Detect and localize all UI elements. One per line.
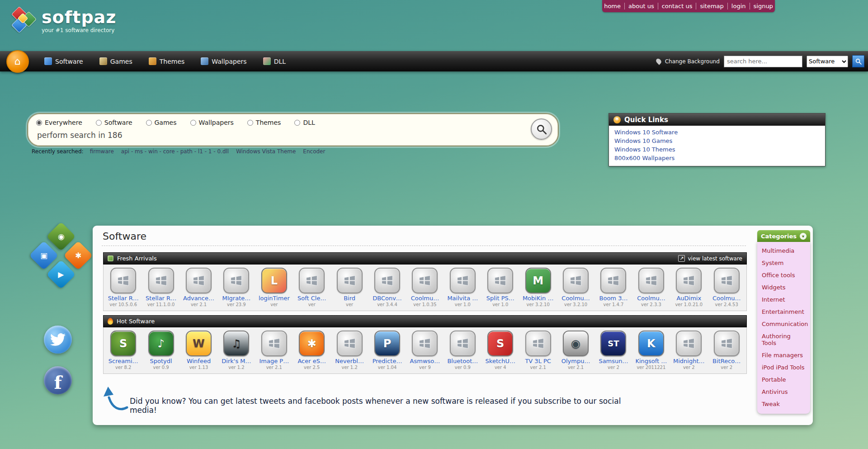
nav-item-themes[interactable]: Themes	[149, 57, 185, 65]
software-item-coolmu[interactable]: Coolmu…ver 3.2.10	[557, 265, 594, 311]
scope-radio-games[interactable]	[146, 120, 152, 126]
scope-radio-themes[interactable]	[247, 120, 253, 126]
software-item-bitreco[interactable]: BitReco…ver 2	[708, 327, 745, 373]
nav-item-software[interactable]: Software	[44, 57, 83, 65]
scope-radio-everywhere[interactable]	[36, 120, 42, 126]
category-portable[interactable]: Portable	[757, 373, 810, 386]
software-item-winfeed[interactable]: WWinfeedver 1.13	[180, 327, 217, 373]
scope-everywhere[interactable]: Everywhere	[36, 119, 82, 126]
software-item-samsun[interactable]: STSamsun…ver 2	[594, 327, 632, 373]
category-file-managers[interactable]: File managers	[757, 349, 810, 361]
top-nav-contact-us[interactable]: contact us	[658, 3, 696, 9]
software-item-mailvita[interactable]: Mailvita …ver 1.0	[444, 265, 481, 311]
recent-search-firmware[interactable]: firmware	[90, 148, 114, 155]
windows-app-icon	[337, 331, 363, 356]
category-internet[interactable]: Internet	[757, 293, 810, 306]
software-item-bird[interactable]: Birdver	[330, 265, 368, 311]
software-item-spotydl[interactable]: ♪Spotydlver 0.9	[142, 327, 179, 373]
navbar-search-input[interactable]	[724, 56, 802, 67]
top-nav-signup[interactable]: signup	[750, 3, 777, 9]
recent-search-encoder[interactable]: Encoder	[303, 148, 325, 155]
software-item-coolmu[interactable]: Coolmu…ver 1.0.35	[406, 265, 443, 311]
category-widgets[interactable]: Widgets	[757, 281, 810, 293]
top-nav-login[interactable]: login	[727, 3, 750, 9]
games-shortcut-button[interactable]: ▶	[46, 260, 75, 289]
main-search-input[interactable]	[36, 130, 499, 140]
app-icon: ♪	[148, 331, 174, 356]
software-item-coolmu[interactable]: Coolmu…ver 2.4.53	[708, 265, 745, 311]
software-item-sketchu[interactable]: SSketchU…ver 4	[481, 327, 519, 373]
change-background-link[interactable]: Change Background	[665, 58, 720, 65]
software-icon	[44, 57, 52, 65]
scope-wallpapers[interactable]: Wallpapers	[190, 119, 234, 126]
recent-search-api-ms-win-core-path-l1-1-0-dl[interactable]: api - ms - win - core - path - l1 - 1 - …	[121, 148, 229, 155]
nav-item-games[interactable]: Games	[99, 57, 132, 65]
recent-search-windows-vista-theme[interactable]: Windows Vista Theme	[236, 148, 296, 155]
category-ipod-ipad-tools[interactable]: iPod iPad Tools	[757, 361, 810, 373]
flame-icon	[108, 318, 113, 325]
software-item-acer-es[interactable]: ✱Acer eS…ver 2.5	[293, 327, 330, 373]
software-item-migrate[interactable]: MIgrate…ver 23.9	[217, 265, 255, 311]
software-item-logintimer[interactable]: LloginTimerver	[255, 265, 293, 311]
quick-link-windows-10-games[interactable]: Windows 10 Games	[614, 137, 820, 145]
navbar-search-button[interactable]	[852, 55, 864, 67]
category-entertainment[interactable]: Entertainment	[757, 306, 810, 318]
scope-radio-dll[interactable]	[294, 120, 300, 126]
category-authoring-tools[interactable]: Authoring Tools	[757, 330, 810, 349]
search-button[interactable]	[531, 118, 552, 140]
navbar-category-select[interactable]: Software	[807, 56, 848, 67]
search-icon	[536, 123, 547, 135]
facebook-button[interactable]: f	[44, 366, 72, 394]
nav-item-dll[interactable]: DLL	[263, 57, 286, 65]
category-tweak[interactable]: Tweak	[757, 398, 810, 410]
software-item-dbconv[interactable]: DBConv…ver 3.4.4	[368, 265, 406, 311]
software-item-bluetoot[interactable]: Bluetoot…ver 0.9	[444, 327, 481, 373]
software-item-predicte[interactable]: PPredicte…ver 1.04	[368, 327, 406, 373]
software-item-screami[interactable]: SScreami…ver 8.2	[104, 327, 142, 373]
software-item-audimix[interactable]: AuDimixver 1.0.21.0	[670, 265, 708, 311]
category-antivirus[interactable]: Antivirus	[757, 386, 810, 398]
scope-games[interactable]: Games	[146, 119, 177, 126]
scope-themes[interactable]: Themes	[247, 119, 281, 126]
top-nav-about-us[interactable]: about us	[624, 3, 658, 9]
software-item-coolmu[interactable]: Coolmu…ver 2.3.3	[632, 265, 670, 311]
twitter-button[interactable]	[44, 326, 72, 354]
section-title: Fresh Arrivals	[117, 255, 157, 262]
top-nav-sitemap[interactable]: sitemap	[696, 3, 727, 9]
quick-link-windows-10-software[interactable]: Windows 10 Software	[614, 128, 820, 137]
categories-header[interactable]: Categories ▾	[757, 230, 810, 242]
background-dropper-icon[interactable]	[655, 57, 662, 65]
software-item-kingsoft[interactable]: KKingsoft …ver 2011221	[632, 327, 670, 373]
scope-radio-wallpapers[interactable]	[190, 120, 196, 126]
scope-radio-software[interactable]	[96, 120, 102, 126]
software-item-image-p[interactable]: Image P…ver 2.1	[255, 327, 293, 373]
home-button[interactable]: ⌂	[6, 50, 29, 73]
top-nav-home[interactable]: home	[600, 3, 624, 9]
software-item-asmwso[interactable]: Asmwso…ver 9	[406, 327, 443, 373]
quick-link-800x600-wallpapers[interactable]: 800x600 Wallpapers	[614, 154, 820, 162]
software-item-mobikin[interactable]: MMobiKin …ver 3.2.10	[519, 265, 557, 311]
software-item-midnight[interactable]: Midnight…ver 2	[670, 327, 708, 373]
software-item-dirk-s-m[interactable]: ♫Dirk's M…ver 1.2	[217, 327, 255, 373]
software-item-stellar-r[interactable]: Stellar R…ver 10.5.0.6	[104, 265, 142, 311]
view-latest-software-link[interactable]: ↗ view latest software	[678, 255, 742, 262]
category-communication[interactable]: Communication	[757, 318, 810, 330]
scope-dll[interactable]: DLL	[294, 119, 315, 126]
software-item-soft-cle[interactable]: Soft Cle…ver	[293, 265, 330, 311]
quick-link-windows-10-themes[interactable]: Windows 10 Themes	[614, 145, 820, 154]
software-item-stellar-r[interactable]: Stellar R…ver 11.1.0.0	[142, 265, 179, 311]
category-multimedia[interactable]: Multimedia	[757, 245, 810, 257]
home-icon: ⌂	[14, 56, 21, 67]
category-system[interactable]: System	[757, 257, 810, 269]
software-item-olympu[interactable]: ◉Olympu…ver 2.1	[557, 327, 594, 373]
software-item-tv-3l-pc[interactable]: TV 3L PCver 2.1	[519, 327, 557, 373]
software-shortcut-button[interactable]: ✱	[63, 241, 93, 270]
scope-software[interactable]: Software	[96, 119, 132, 126]
software-item-advance[interactable]: Advance…ver 2.1	[180, 265, 217, 311]
software-item-boom-3[interactable]: Boom 3…ver 1.4.7	[594, 265, 632, 311]
logo[interactable]: softpaz your #1 software directory	[10, 7, 116, 34]
software-item-split-ps[interactable]: Split PS…ver 1.0	[481, 265, 519, 311]
software-item-neverbl[interactable]: Neverbl…ver 1.2	[330, 327, 368, 373]
category-office-tools[interactable]: Office tools	[757, 269, 810, 281]
nav-item-wallpapers[interactable]: Wallpapers	[201, 57, 246, 65]
